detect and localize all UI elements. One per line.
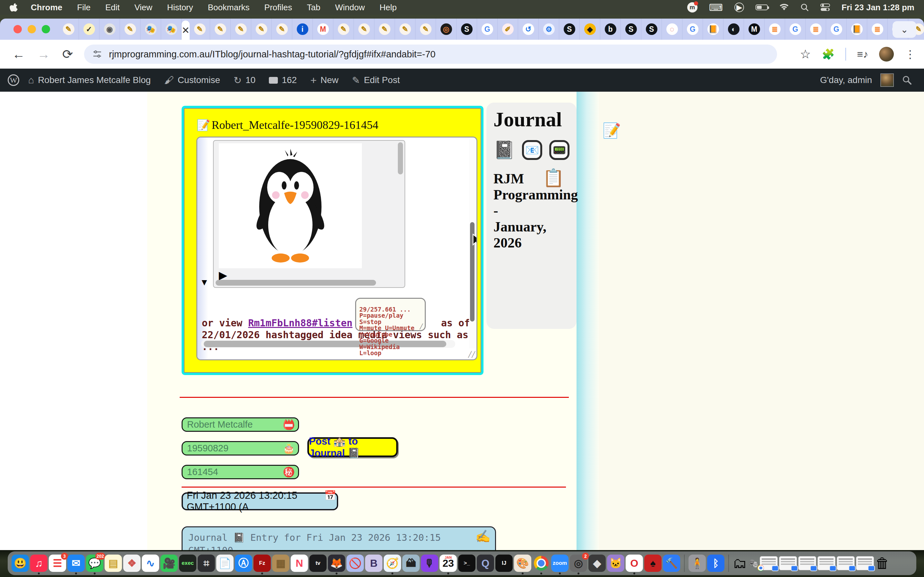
- wordpress-logo-icon[interactable]: W: [8, 74, 19, 86]
- dock-cat-icon[interactable]: 🐱: [607, 554, 624, 572]
- sidebar-pager-button[interactable]: 📟: [549, 140, 569, 160]
- dock-lens-icon[interactable]: ◎2: [570, 554, 587, 572]
- browser-tab[interactable]: ✎: [375, 19, 395, 40]
- menu-history[interactable]: History: [167, 3, 193, 13]
- browser-tab[interactable]: 📙: [703, 19, 724, 40]
- dock-reminders-icon[interactable]: ☰3: [49, 554, 66, 572]
- admin-bar-comments[interactable]: 162: [264, 69, 301, 92]
- browser-tab[interactable]: S: [641, 19, 662, 40]
- dock-filezilla-icon[interactable]: Fz: [254, 554, 271, 572]
- browser-tab[interactable]: S: [559, 19, 580, 40]
- browser-tab[interactable]: i: [292, 19, 313, 40]
- notebook-icon[interactable]: 📓: [493, 140, 515, 160]
- active-tab[interactable]: ✕: [182, 21, 190, 40]
- browser-tab[interactable]: G: [785, 19, 806, 40]
- dock-archive-icon[interactable]: ▦: [272, 554, 289, 572]
- browser-tab[interactable]: ✎: [190, 19, 210, 40]
- browser-tab[interactable]: ≣: [806, 19, 826, 40]
- browser-tab[interactable]: 🎭: [161, 19, 182, 40]
- browser-tab[interactable]: ✓: [79, 19, 99, 40]
- close-tab-icon[interactable]: ✕: [182, 25, 190, 36]
- dock-appstore-icon[interactable]: Ⓐ: [235, 554, 252, 572]
- dock-mask-mini-icon[interactable]: 🎭: [748, 558, 758, 568]
- menu-window[interactable]: Window: [335, 3, 365, 13]
- browser-tab[interactable]: ✎: [272, 19, 292, 40]
- wifi-icon[interactable]: [779, 3, 789, 11]
- dock-document-icon[interactable]: 📄: [216, 554, 234, 572]
- date-field[interactable]: Fri Jan 23 2026 13:20:15 GMT+1100 (A 📅: [182, 492, 338, 510]
- forward-button[interactable]: →: [37, 47, 50, 61]
- browser-tab[interactable]: ⚙: [539, 19, 559, 40]
- play-button[interactable]: ▶: [219, 269, 227, 280]
- dock-chrome-icon[interactable]: [533, 554, 550, 572]
- minimized-window-thumbnail[interactable]: [856, 556, 874, 570]
- admin-bar-updates[interactable]: ↻ 10: [229, 69, 260, 92]
- minimized-window-thumbnail[interactable]: [817, 556, 835, 570]
- browser-tab[interactable]: S: [457, 19, 477, 40]
- browser-tab[interactable]: 🎭: [141, 19, 161, 40]
- dock-bbedit-icon[interactable]: B: [365, 554, 383, 572]
- sidebar-month-link[interactable]: RJM📋 Programming - January, 2026: [493, 171, 569, 251]
- browser-tab[interactable]: ◌: [662, 19, 682, 40]
- browser-tab[interactable]: ✎: [333, 19, 354, 40]
- dock-podcasts-icon[interactable]: 🎙: [421, 554, 438, 572]
- url-text[interactable]: rjmprogramming.com.au/ITblog/journal-has…: [109, 49, 436, 60]
- spotlight-search-icon[interactable]: [800, 3, 809, 11]
- dock-finder-icon[interactable]: 😃: [11, 554, 29, 572]
- browser-tab[interactable]: ◎: [436, 19, 457, 40]
- browser-tab[interactable]: G: [477, 19, 498, 40]
- details-marker-icon[interactable]: ▼: [200, 277, 209, 287]
- admin-greeting[interactable]: G'day, admin: [820, 75, 872, 85]
- post-to-journal-button[interactable]: Post 🏤 to Journal 📓: [307, 437, 398, 457]
- menu-view[interactable]: View: [134, 3, 152, 13]
- menu-profiles[interactable]: Profiles: [264, 3, 292, 13]
- dock-blocked-icon[interactable]: 🚫: [347, 554, 364, 572]
- dock-exec-icon[interactable]: exec: [179, 554, 196, 572]
- dock-bluetooth-icon[interactable]: ᛒ: [707, 554, 724, 572]
- browser-tab[interactable]: ✎: [395, 19, 415, 40]
- player-horizontal-scrollbar[interactable]: [215, 280, 397, 285]
- listen-link[interactable]: Rm1mFbLnh88#listen: [248, 317, 352, 329]
- browser-tab[interactable]: ◐: [724, 19, 744, 40]
- dock-notes-icon[interactable]: ▤: [105, 554, 122, 572]
- menu-chrome[interactable]: Chrome: [31, 3, 62, 13]
- dock-intellij-icon[interactable]: IJ: [495, 554, 513, 572]
- browser-tab[interactable]: ◆: [580, 19, 600, 40]
- minimize-window-button[interactable]: [27, 25, 36, 33]
- journal-entry-textarea[interactable]: Journal 📓 Entry for Fri Jan 23 2026 13:2…: [182, 526, 496, 550]
- browser-tab[interactable]: ✎: [58, 19, 79, 40]
- player-vertical-scroll-thumb[interactable]: [398, 142, 403, 174]
- dock-downloads-folder-icon[interactable]: 🗂: [733, 555, 747, 571]
- sidebar-email-button[interactable]: 📧: [522, 140, 542, 160]
- dock-news-icon[interactable]: N: [291, 554, 308, 572]
- maximize-window-button[interactable]: [42, 25, 50, 33]
- browser-tab[interactable]: ✎: [231, 19, 251, 40]
- time-field[interactable]: 161454 ㊙️: [182, 465, 299, 479]
- dock-calendar-icon[interactable]: 23JAN: [439, 554, 457, 572]
- admin-avatar[interactable]: [880, 73, 894, 87]
- browser-tab[interactable]: M: [313, 19, 333, 40]
- menu-tab[interactable]: Tab: [307, 3, 320, 13]
- menu-help[interactable]: Help: [380, 3, 397, 13]
- floating-memo-icon[interactable]: 📝: [603, 122, 621, 139]
- dock-trash-icon[interactable]: 🗑: [875, 555, 889, 571]
- menu-bookmarks[interactable]: Bookmarks: [208, 3, 250, 13]
- browser-tab[interactable]: ✎: [354, 19, 375, 40]
- browser-tab[interactable]: ✎: [120, 19, 141, 40]
- browser-tab[interactable]: G: [682, 19, 703, 40]
- dock-xcode-icon[interactable]: 🔨: [663, 554, 680, 572]
- dock-appletv-icon[interactable]: tv: [309, 554, 326, 572]
- back-button[interactable]: ←: [12, 47, 25, 61]
- browser-tab[interactable]: ✐: [498, 19, 518, 40]
- dock-launchpad-icon[interactable]: ❖: [123, 554, 141, 572]
- keyboard-icon[interactable]: ⌨: [709, 2, 723, 13]
- tooltip-resize-handle[interactable]: ╱: [420, 324, 423, 330]
- admin-search-icon[interactable]: [902, 75, 912, 85]
- admin-bar-new[interactable]: + New: [306, 69, 343, 92]
- browser-tab[interactable]: M: [744, 19, 764, 40]
- reload-button[interactable]: ⟳: [62, 47, 73, 61]
- dock-inkscape-icon[interactable]: ◆: [588, 554, 606, 572]
- dock-paint-icon[interactable]: 🎨: [514, 554, 531, 572]
- tab-search-chevron[interactable]: ⌄: [893, 21, 916, 38]
- close-window-button[interactable]: [13, 25, 22, 33]
